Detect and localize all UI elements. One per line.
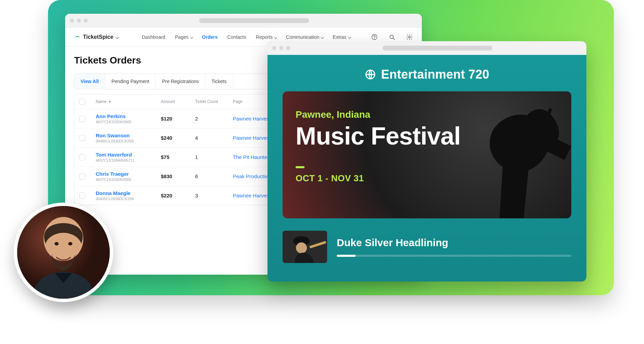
nav-reports[interactable]: Reports [256, 34, 276, 40]
filter-tabs: View All Pending Payment Pre Registratio… [74, 74, 233, 89]
col-name[interactable]: Name▼ [96, 99, 161, 104]
ticket-count: 4 [195, 135, 233, 141]
svg-line-3 [393, 38, 394, 39]
svg-point-15 [55, 242, 59, 245]
order-amount: $120 [161, 116, 195, 122]
customer-name-link[interactable]: Ron Swanson [96, 133, 161, 138]
customer-name-link[interactable]: Tom Haverford [96, 152, 161, 158]
nav-orders[interactable]: Orders [202, 34, 218, 40]
event-location: Pawnee, Indiana [296, 109, 461, 120]
help-button[interactable] [371, 33, 378, 41]
window-dot [84, 19, 88, 23]
nav-contacts[interactable]: Contacts [227, 34, 246, 40]
person-photo-icon [17, 206, 110, 299]
event-site-body: Entertainment 720 Pawnee, Indiana Music … [267, 55, 586, 263]
order-code: 30495CL0930DCK209 [96, 197, 161, 201]
nav-label: Extras [333, 34, 346, 40]
chevron-down-icon [321, 34, 323, 40]
tab-label: Pre Registrations [162, 79, 199, 84]
chevron-down-icon [274, 34, 276, 40]
svg-point-1 [374, 38, 375, 39]
order-code: 30495CL0930DCK209 [96, 139, 161, 143]
nav-label: Dashboard [142, 34, 166, 40]
logo[interactable]: TicketSpice [74, 34, 118, 41]
gear-icon [406, 34, 413, 41]
ticket-count: 2 [195, 116, 233, 122]
nav-extras[interactable]: Extras [333, 34, 350, 40]
order-amount: $75 [161, 154, 195, 160]
nav-pages[interactable]: Pages [175, 34, 192, 40]
settings-button[interactable] [406, 33, 413, 41]
order-code: 4837CLK320DK0900 [96, 120, 161, 124]
row-checkbox[interactable] [79, 173, 85, 180]
chevron-down-icon [116, 34, 118, 40]
svg-point-2 [390, 35, 393, 38]
row-checkbox[interactable] [79, 135, 85, 141]
chevron-down-icon [348, 34, 350, 40]
site-brand-name: Entertainment 720 [381, 67, 489, 82]
search-icon [389, 34, 395, 41]
help-icon [371, 34, 378, 41]
customer-name-link[interactable]: Ann Perkins [96, 113, 161, 119]
order-code: 4837CLK33949586711 [96, 158, 161, 162]
tab-label: Tickets [212, 79, 227, 84]
svg-point-4 [408, 36, 410, 38]
globe-icon [365, 69, 376, 80]
address-bar [199, 18, 309, 23]
col-ticket-count[interactable]: Ticket Count [195, 99, 233, 104]
tab-tickets[interactable]: Tickets [205, 74, 233, 89]
nav-label: Reports [256, 34, 273, 40]
order-amount: $220 [161, 193, 195, 198]
window-dot [77, 19, 81, 23]
order-amount: $240 [161, 135, 195, 141]
window-controls [272, 46, 290, 50]
browser-chrome [267, 41, 586, 55]
tab-label: Pending Payment [111, 79, 150, 84]
event-listing[interactable]: Duke Silver Headlining [283, 231, 571, 263]
progress-fill [337, 255, 356, 257]
nav-links: Dashboard Pages Orders Contacts Reports … [142, 34, 350, 40]
window-controls [70, 19, 88, 23]
search-button[interactable] [388, 33, 395, 41]
event-site-window: Entertainment 720 Pawnee, Indiana Music … [267, 41, 586, 282]
hero-banner[interactable]: Pawnee, Indiana Music Festival OCT 1 - N… [283, 91, 571, 218]
col-label: Ticket Count [195, 99, 218, 104]
listing-title: Duke Silver Headlining [337, 237, 571, 249]
ticket-count: 1 [195, 154, 233, 160]
svg-point-16 [68, 242, 72, 245]
hero-text: Pawnee, Indiana Music Festival OCT 1 - N… [296, 109, 461, 184]
customer-name-link[interactable]: Donna Maegle [96, 190, 161, 196]
logo-text: TicketSpice [83, 34, 114, 40]
window-dot [286, 46, 290, 50]
row-checkbox[interactable] [79, 154, 85, 160]
nav-communication[interactable]: Communication [286, 34, 323, 40]
browser-chrome [65, 14, 422, 27]
window-dot [272, 46, 276, 50]
row-checkbox[interactable] [79, 116, 85, 122]
nav-label: Pages [175, 34, 189, 40]
order-amount: $830 [161, 173, 195, 179]
address-bar [383, 46, 492, 50]
customer-name-link[interactable]: Chris Traeger [96, 171, 161, 177]
col-label: Name [96, 99, 107, 104]
event-title: Music Festival [296, 124, 461, 148]
tab-pending-payment[interactable]: Pending Payment [105, 74, 156, 89]
tab-pre-registrations[interactable]: Pre Registrations [156, 74, 205, 89]
avatar [14, 203, 113, 302]
logo-icon [74, 34, 81, 41]
tab-view-all[interactable]: View All [74, 74, 105, 89]
select-all-checkbox[interactable] [79, 99, 85, 105]
col-label: Page [233, 99, 242, 104]
window-dot [70, 19, 74, 23]
accent-dash-icon [296, 166, 305, 168]
svg-point-11 [296, 242, 307, 253]
event-dates: OCT 1 - NOV 31 [296, 173, 461, 184]
musician-thumbnail-icon [283, 231, 327, 263]
site-brand: Entertainment 720 [283, 67, 571, 82]
ticket-count: 3 [195, 193, 233, 198]
listing-thumbnail [283, 231, 327, 263]
col-amount[interactable]: Amount [161, 99, 195, 104]
nav-label: Orders [202, 34, 218, 40]
row-checkbox[interactable] [79, 193, 85, 199]
nav-dashboard[interactable]: Dashboard [142, 34, 166, 40]
